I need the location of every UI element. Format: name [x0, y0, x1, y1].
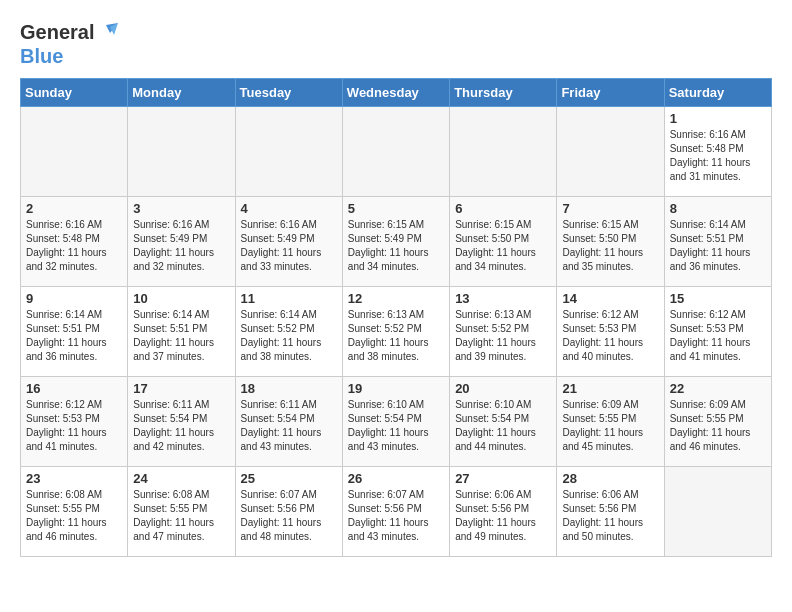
calendar-cell: 14Sunrise: 6:12 AM Sunset: 5:53 PM Dayli…: [557, 287, 664, 377]
calendar-cell: 1Sunrise: 6:16 AM Sunset: 5:48 PM Daylig…: [664, 107, 771, 197]
day-number: 7: [562, 201, 658, 216]
day-info: Sunrise: 6:14 AM Sunset: 5:52 PM Dayligh…: [241, 308, 337, 364]
day-number: 15: [670, 291, 766, 306]
calendar-week-row: 23Sunrise: 6:08 AM Sunset: 5:55 PM Dayli…: [21, 467, 772, 557]
day-info: Sunrise: 6:09 AM Sunset: 5:55 PM Dayligh…: [670, 398, 766, 454]
day-info: Sunrise: 6:07 AM Sunset: 5:56 PM Dayligh…: [348, 488, 444, 544]
calendar-cell: 5Sunrise: 6:15 AM Sunset: 5:49 PM Daylig…: [342, 197, 449, 287]
day-number: 23: [26, 471, 122, 486]
day-number: 6: [455, 201, 551, 216]
day-number: 13: [455, 291, 551, 306]
weekday-header-wednesday: Wednesday: [342, 79, 449, 107]
calendar-cell: 2Sunrise: 6:16 AM Sunset: 5:48 PM Daylig…: [21, 197, 128, 287]
calendar-cell: 16Sunrise: 6:12 AM Sunset: 5:53 PM Dayli…: [21, 377, 128, 467]
day-number: 17: [133, 381, 229, 396]
day-number: 4: [241, 201, 337, 216]
calendar-week-row: 2Sunrise: 6:16 AM Sunset: 5:48 PM Daylig…: [21, 197, 772, 287]
day-info: Sunrise: 6:10 AM Sunset: 5:54 PM Dayligh…: [455, 398, 551, 454]
calendar-cell: 25Sunrise: 6:07 AM Sunset: 5:56 PM Dayli…: [235, 467, 342, 557]
logo-bird-icon: [96, 23, 118, 41]
calendar-cell: 23Sunrise: 6:08 AM Sunset: 5:55 PM Dayli…: [21, 467, 128, 557]
day-info: Sunrise: 6:16 AM Sunset: 5:49 PM Dayligh…: [133, 218, 229, 274]
day-number: 18: [241, 381, 337, 396]
calendar-cell: [557, 107, 664, 197]
day-number: 27: [455, 471, 551, 486]
calendar: SundayMondayTuesdayWednesdayThursdayFrid…: [20, 78, 772, 557]
day-info: Sunrise: 6:12 AM Sunset: 5:53 PM Dayligh…: [26, 398, 122, 454]
day-info: Sunrise: 6:14 AM Sunset: 5:51 PM Dayligh…: [133, 308, 229, 364]
day-info: Sunrise: 6:06 AM Sunset: 5:56 PM Dayligh…: [455, 488, 551, 544]
day-number: 22: [670, 381, 766, 396]
day-number: 2: [26, 201, 122, 216]
logo: General Blue: [20, 20, 118, 68]
day-info: Sunrise: 6:08 AM Sunset: 5:55 PM Dayligh…: [133, 488, 229, 544]
day-number: 26: [348, 471, 444, 486]
day-info: Sunrise: 6:06 AM Sunset: 5:56 PM Dayligh…: [562, 488, 658, 544]
calendar-cell: [235, 107, 342, 197]
calendar-week-row: 16Sunrise: 6:12 AM Sunset: 5:53 PM Dayli…: [21, 377, 772, 467]
weekday-header-saturday: Saturday: [664, 79, 771, 107]
calendar-cell: 11Sunrise: 6:14 AM Sunset: 5:52 PM Dayli…: [235, 287, 342, 377]
day-info: Sunrise: 6:14 AM Sunset: 5:51 PM Dayligh…: [670, 218, 766, 274]
logo-blue: Blue: [20, 44, 118, 68]
day-number: 12: [348, 291, 444, 306]
calendar-week-row: 9Sunrise: 6:14 AM Sunset: 5:51 PM Daylig…: [21, 287, 772, 377]
day-number: 5: [348, 201, 444, 216]
day-number: 8: [670, 201, 766, 216]
day-info: Sunrise: 6:15 AM Sunset: 5:50 PM Dayligh…: [455, 218, 551, 274]
day-info: Sunrise: 6:13 AM Sunset: 5:52 PM Dayligh…: [348, 308, 444, 364]
day-info: Sunrise: 6:11 AM Sunset: 5:54 PM Dayligh…: [133, 398, 229, 454]
day-info: Sunrise: 6:11 AM Sunset: 5:54 PM Dayligh…: [241, 398, 337, 454]
day-number: 9: [26, 291, 122, 306]
day-info: Sunrise: 6:10 AM Sunset: 5:54 PM Dayligh…: [348, 398, 444, 454]
day-number: 19: [348, 381, 444, 396]
calendar-cell: 8Sunrise: 6:14 AM Sunset: 5:51 PM Daylig…: [664, 197, 771, 287]
weekday-header-row: SundayMondayTuesdayWednesdayThursdayFrid…: [21, 79, 772, 107]
weekday-header-sunday: Sunday: [21, 79, 128, 107]
weekday-header-thursday: Thursday: [450, 79, 557, 107]
day-number: 1: [670, 111, 766, 126]
day-info: Sunrise: 6:16 AM Sunset: 5:48 PM Dayligh…: [670, 128, 766, 184]
day-number: 25: [241, 471, 337, 486]
calendar-cell: [128, 107, 235, 197]
calendar-cell: 3Sunrise: 6:16 AM Sunset: 5:49 PM Daylig…: [128, 197, 235, 287]
day-info: Sunrise: 6:07 AM Sunset: 5:56 PM Dayligh…: [241, 488, 337, 544]
day-number: 3: [133, 201, 229, 216]
calendar-cell: 28Sunrise: 6:06 AM Sunset: 5:56 PM Dayli…: [557, 467, 664, 557]
calendar-week-row: 1Sunrise: 6:16 AM Sunset: 5:48 PM Daylig…: [21, 107, 772, 197]
calendar-cell: 26Sunrise: 6:07 AM Sunset: 5:56 PM Dayli…: [342, 467, 449, 557]
day-info: Sunrise: 6:08 AM Sunset: 5:55 PM Dayligh…: [26, 488, 122, 544]
day-info: Sunrise: 6:16 AM Sunset: 5:49 PM Dayligh…: [241, 218, 337, 274]
calendar-cell: 10Sunrise: 6:14 AM Sunset: 5:51 PM Dayli…: [128, 287, 235, 377]
day-info: Sunrise: 6:12 AM Sunset: 5:53 PM Dayligh…: [670, 308, 766, 364]
calendar-cell: 27Sunrise: 6:06 AM Sunset: 5:56 PM Dayli…: [450, 467, 557, 557]
header: General Blue: [20, 20, 772, 68]
day-number: 14: [562, 291, 658, 306]
calendar-cell: 22Sunrise: 6:09 AM Sunset: 5:55 PM Dayli…: [664, 377, 771, 467]
calendar-cell: 13Sunrise: 6:13 AM Sunset: 5:52 PM Dayli…: [450, 287, 557, 377]
calendar-cell: 6Sunrise: 6:15 AM Sunset: 5:50 PM Daylig…: [450, 197, 557, 287]
day-info: Sunrise: 6:15 AM Sunset: 5:50 PM Dayligh…: [562, 218, 658, 274]
calendar-cell: 9Sunrise: 6:14 AM Sunset: 5:51 PM Daylig…: [21, 287, 128, 377]
calendar-cell: [342, 107, 449, 197]
day-info: Sunrise: 6:12 AM Sunset: 5:53 PM Dayligh…: [562, 308, 658, 364]
day-number: 10: [133, 291, 229, 306]
calendar-cell: 4Sunrise: 6:16 AM Sunset: 5:49 PM Daylig…: [235, 197, 342, 287]
day-info: Sunrise: 6:16 AM Sunset: 5:48 PM Dayligh…: [26, 218, 122, 274]
calendar-cell: 18Sunrise: 6:11 AM Sunset: 5:54 PM Dayli…: [235, 377, 342, 467]
calendar-cell: 15Sunrise: 6:12 AM Sunset: 5:53 PM Dayli…: [664, 287, 771, 377]
calendar-cell: 20Sunrise: 6:10 AM Sunset: 5:54 PM Dayli…: [450, 377, 557, 467]
calendar-cell: [664, 467, 771, 557]
calendar-cell: 17Sunrise: 6:11 AM Sunset: 5:54 PM Dayli…: [128, 377, 235, 467]
day-info: Sunrise: 6:09 AM Sunset: 5:55 PM Dayligh…: [562, 398, 658, 454]
weekday-header-monday: Monday: [128, 79, 235, 107]
calendar-cell: 24Sunrise: 6:08 AM Sunset: 5:55 PM Dayli…: [128, 467, 235, 557]
logo-general: General: [20, 20, 94, 44]
day-number: 28: [562, 471, 658, 486]
weekday-header-tuesday: Tuesday: [235, 79, 342, 107]
day-info: Sunrise: 6:15 AM Sunset: 5:49 PM Dayligh…: [348, 218, 444, 274]
day-number: 21: [562, 381, 658, 396]
calendar-cell: [21, 107, 128, 197]
day-info: Sunrise: 6:14 AM Sunset: 5:51 PM Dayligh…: [26, 308, 122, 364]
weekday-header-friday: Friday: [557, 79, 664, 107]
